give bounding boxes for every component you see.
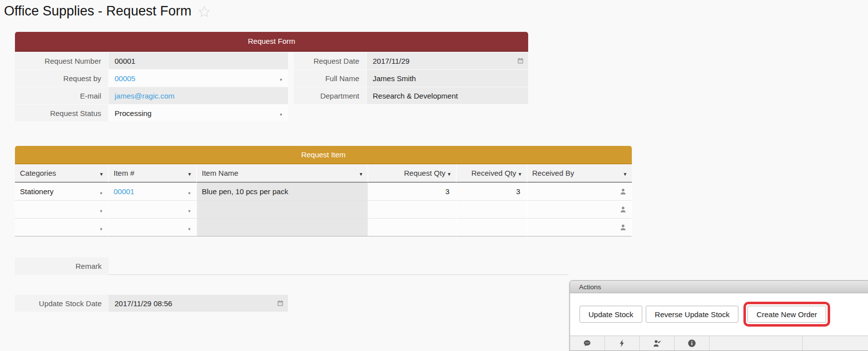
request-item-table: Categories Item # Item Name Request Qty …	[15, 164, 632, 236]
favorite-star-icon[interactable]	[197, 5, 211, 19]
lightning-icon	[618, 339, 626, 348]
item-name-cell	[197, 219, 368, 236]
col-header-request-qty[interactable]: Request Qty	[368, 164, 456, 183]
request-form-grid: Request Number 00001 Request Date 2017/1…	[15, 52, 528, 121]
page-header: Office Supplies - Request Form	[4, 3, 211, 19]
item-no-cell[interactable]: 00001	[109, 183, 197, 201]
sort-filter-icon[interactable]	[359, 169, 363, 177]
received-qty-cell[interactable]	[456, 201, 527, 219]
col-header-received-by[interactable]: Received By	[527, 164, 632, 183]
actions-buttons: Update Stock Reverse Update Stock Create…	[570, 293, 868, 335]
request-by-label: Request by	[15, 70, 109, 87]
chevron-down-icon[interactable]	[99, 205, 103, 214]
assign-user-icon[interactable]	[619, 224, 627, 231]
chevron-down-icon[interactable]	[279, 74, 283, 83]
request-qty-cell[interactable]: 3	[368, 183, 456, 201]
chat-icon	[583, 339, 591, 348]
sort-filter-icon[interactable]	[187, 169, 192, 177]
assign-user-icon[interactable]	[619, 206, 627, 213]
info-tab[interactable]	[675, 336, 710, 351]
actions-panel: Actions Update Stock Reverse Update Stoc…	[570, 280, 868, 351]
quick-actions-tab[interactable]	[605, 336, 640, 351]
actions-toolbar	[570, 336, 868, 351]
col-header-item-no[interactable]: Item #	[109, 164, 197, 183]
request-qty-cell[interactable]	[368, 219, 456, 236]
info-icon	[688, 339, 696, 348]
item-no-cell[interactable]	[109, 219, 197, 236]
update-stock-date-field[interactable]: 2017/11/29 08:56	[109, 295, 288, 312]
assign-user-icon[interactable]	[619, 188, 627, 195]
item-name-cell: Blue pen, 10 pcs per pack	[197, 183, 368, 201]
calendar-icon[interactable]	[277, 300, 284, 307]
request-item-header: Request Item	[15, 146, 632, 164]
item-no-cell[interactable]	[109, 201, 197, 219]
calendar-icon[interactable]	[517, 58, 524, 64]
remark-label: Remark	[15, 257, 109, 275]
full-name-label: Full Name	[294, 70, 367, 87]
request-date-field[interactable]: 2017/11/29	[367, 52, 528, 69]
user-check-icon	[653, 339, 661, 348]
create-new-order-button[interactable]: Create New Order	[747, 306, 826, 323]
categories-cell[interactable]	[15, 201, 109, 219]
sort-filter-icon[interactable]	[99, 169, 104, 177]
received-qty-cell[interactable]: 3	[456, 183, 527, 201]
received-by-cell[interactable]	[527, 201, 632, 219]
remark-field[interactable]	[109, 257, 568, 275]
chevron-down-icon[interactable]	[99, 223, 103, 232]
request-date-label: Request Date	[294, 52, 367, 69]
page-title: Office Supplies - Request Form	[4, 3, 191, 19]
received-by-cell[interactable]	[527, 219, 632, 236]
toolbar-spacer	[710, 336, 803, 351]
request-number-value: 00001	[109, 52, 288, 69]
request-form-panel: Request Form Request Number 00001 Reques…	[15, 32, 528, 121]
item-name-cell	[197, 201, 368, 219]
full-name-value: James Smith	[367, 70, 528, 87]
department-value: Research & Development	[367, 87, 528, 104]
received-qty-cell[interactable]	[456, 219, 527, 236]
email-link[interactable]: james@ragic.com	[115, 92, 174, 100]
request-status-label: Request Status	[15, 105, 109, 121]
chevron-down-icon[interactable]	[187, 187, 191, 196]
update-stock-date-label: Update Stock Date	[15, 295, 109, 312]
request-form-header: Request Form	[15, 32, 528, 52]
sort-filter-icon[interactable]	[518, 169, 522, 177]
email-label: E-mail	[15, 87, 109, 104]
chevron-down-icon[interactable]	[99, 187, 103, 196]
received-by-cell[interactable]	[527, 183, 632, 201]
department-label: Department	[294, 87, 367, 104]
col-header-categories[interactable]: Categories	[15, 164, 109, 183]
chevron-down-icon[interactable]	[187, 223, 191, 232]
approval-tab[interactable]	[640, 336, 675, 351]
request-status-field[interactable]: Processing	[109, 105, 288, 121]
email-value: james@ragic.com	[109, 87, 288, 104]
sort-filter-icon[interactable]	[447, 169, 451, 177]
categories-cell[interactable]	[15, 219, 109, 236]
update-stock-button[interactable]: Update Stock	[579, 306, 642, 323]
actions-panel-title: Actions	[570, 281, 868, 293]
categories-cell[interactable]: Stationery	[15, 183, 109, 201]
sort-filter-icon[interactable]	[623, 169, 627, 177]
toolbar-spacer	[803, 336, 868, 351]
chevron-down-icon[interactable]	[279, 109, 283, 117]
chevron-down-icon[interactable]	[187, 205, 191, 214]
request-number-label: Request Number	[15, 52, 109, 69]
highlight-annotation-ring: Create New Order	[743, 302, 830, 327]
request-by-link[interactable]: 00005	[115, 74, 136, 83]
col-header-received-qty[interactable]: Received Qty	[456, 164, 527, 183]
item-no-link[interactable]: 00001	[114, 187, 135, 196]
request-qty-cell[interactable]	[368, 201, 456, 219]
col-header-item-name[interactable]: Item Name	[197, 164, 368, 183]
comments-tab[interactable]	[570, 336, 605, 351]
request-by-field[interactable]: 00005	[109, 70, 288, 87]
reverse-update-stock-button[interactable]: Reverse Update Stock	[646, 306, 738, 323]
request-item-panel: Request Item Categories Item # Item Name…	[15, 146, 632, 236]
